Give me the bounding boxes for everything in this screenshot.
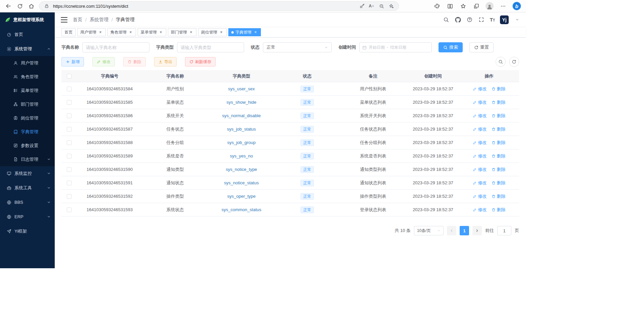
search-icon[interactable] [443,16,450,23]
read-aloud-icon[interactable]: A [368,3,375,9]
row-edit-button[interactable]: 修改 [473,126,487,132]
dict-name-input[interactable] [82,42,149,52]
row-delete-button[interactable]: 删除 [492,207,506,213]
sidebar-item-user-management[interactable]: 用户管理 [0,56,55,70]
row-delete-button[interactable]: 删除 [492,153,506,159]
dict-type-link[interactable]: sys_show_hide [227,100,257,105]
row-checkbox[interactable] [67,194,72,199]
close-icon[interactable]: × [98,30,103,35]
hamburger-icon[interactable] [61,17,67,22]
next-page-button[interactable] [472,226,482,235]
sidebar-item-role-management[interactable]: 角色管理 [0,70,55,84]
tab-post-management[interactable]: 岗位管理× [198,28,227,36]
dict-type-link[interactable]: sys_job_group [227,140,256,145]
user-avatar[interactable]: Yj [500,15,509,24]
date-range-picker[interactable]: 开始日期 - 结束日期 [359,42,432,52]
close-icon[interactable]: × [128,30,133,35]
dict-type-link[interactable]: sys_oper_type [227,194,256,199]
delete-button[interactable]: 删除 [123,57,146,66]
profile-avatar[interactable] [486,2,494,10]
row-edit-button[interactable]: 修改 [473,140,487,146]
tab-home[interactable]: 首页 [61,28,76,36]
refresh-table-button[interactable] [509,57,519,67]
add-button[interactable]: 新增 [61,57,84,66]
tab-menu-management[interactable]: 菜单管理× [138,28,166,36]
sidebar-item-post-management[interactable]: 岗位管理 [0,111,55,125]
row-checkbox[interactable] [67,154,72,158]
font-size-icon[interactable]: TT [490,17,495,22]
row-delete-button[interactable]: 删除 [492,140,506,146]
dict-type-link[interactable]: sys_notice_status [224,180,259,185]
dict-type-link[interactable]: sys_common_status [222,207,262,212]
dict-type-link[interactable]: sys_user_sex [228,86,255,91]
refresh-cache-button[interactable]: 刷新缓存 [185,57,216,66]
row-checkbox[interactable] [67,113,72,118]
row-edit-button[interactable]: 修改 [473,99,487,105]
close-icon[interactable]: × [158,30,163,35]
row-checkbox[interactable] [67,167,72,172]
tab-dict-management[interactable]: 字典管理× [228,28,261,36]
row-edit-button[interactable]: 修改 [473,180,487,186]
sidebar-item-menu-management[interactable]: 菜单管理 [0,84,55,97]
row-checkbox[interactable] [67,181,72,185]
prev-page-button[interactable] [447,226,456,235]
sidebar-item-dict-management[interactable]: 字典管理 [0,125,55,139]
row-checkbox[interactable] [67,100,72,105]
row-checkbox[interactable] [67,207,72,212]
search-button[interactable]: 搜索 [439,42,463,52]
sidebar-item-param-settings[interactable]: 参数设置 [0,139,55,152]
row-edit-button[interactable]: 修改 [473,193,487,199]
row-checkbox[interactable] [67,87,72,91]
row-edit-button[interactable]: 修改 [473,86,487,92]
sidebar-item-erp[interactable]: ERP [0,209,55,224]
row-edit-button[interactable]: 修改 [473,113,487,119]
sidebar-item-system-tools[interactable]: 系统工具 [0,181,55,195]
sidebar-item-home[interactable]: 首页 [0,27,55,42]
select-all-checkbox[interactable] [67,74,72,79]
address-bar[interactable]: https://ccnetcore.com:1101/system/dict A [39,1,399,11]
sidebar-item-log-management[interactable]: 日志管理 [0,152,55,166]
export-button[interactable]: 导出 [154,57,177,66]
github-icon[interactable] [455,16,461,23]
close-icon[interactable]: × [189,30,193,35]
close-icon[interactable]: × [219,30,224,35]
chevron-down-icon[interactable] [514,16,520,23]
home-icon[interactable] [26,1,36,11]
dict-type-link[interactable]: sys_normal_disable [222,113,261,118]
toggle-search-button[interactable] [496,57,506,67]
zoom-out-icon[interactable] [378,3,385,9]
sidebar-item-system-management[interactable]: 系统管理 [0,42,55,56]
more-menu-icon[interactable] [499,2,507,10]
sidebar-item-yi-framework[interactable]: Yi框架 [0,224,55,238]
row-checkbox[interactable] [67,127,72,132]
favorites-icon[interactable] [459,2,467,10]
split-screen-icon[interactable] [446,2,454,10]
current-page[interactable]: 1 [460,226,469,235]
row-edit-button[interactable]: 修改 [473,167,487,173]
row-delete-button[interactable]: 删除 [492,180,506,186]
row-delete-button[interactable]: 删除 [492,113,506,119]
back-icon[interactable] [3,1,13,11]
favorite-add-icon[interactable] [388,3,395,9]
row-edit-button[interactable]: 修改 [473,153,487,159]
sidebar-item-dept-management[interactable]: 部门管理 [0,97,55,111]
key-icon[interactable] [359,3,365,9]
sidebar-item-bbs[interactable]: BBS [0,195,55,209]
edit-button[interactable]: 修改 [92,57,115,66]
row-delete-button[interactable]: 删除 [492,86,506,92]
reload-icon[interactable] [15,1,25,11]
tab-dept-management[interactable]: 部门管理× [168,28,196,36]
collections-icon[interactable] [472,2,480,10]
page-size-select[interactable]: 10条/页 [414,226,444,235]
row-edit-button[interactable]: 修改 [473,207,487,213]
status-select[interactable]: 正常 [263,42,332,52]
tab-user-management[interactable]: 用户管理× [77,28,106,36]
row-checkbox[interactable] [67,140,72,145]
dict-type-link[interactable]: sys_notice_type [226,167,257,172]
lock-icon[interactable] [43,3,50,9]
breadcrumb-home[interactable]: 首页 [73,17,82,23]
fullscreen-icon[interactable] [478,16,485,23]
help-icon[interactable] [466,16,473,23]
sidebar-item-system-monitor[interactable]: 系统监控 [0,166,55,181]
reset-button[interactable]: 重置 [469,42,494,52]
